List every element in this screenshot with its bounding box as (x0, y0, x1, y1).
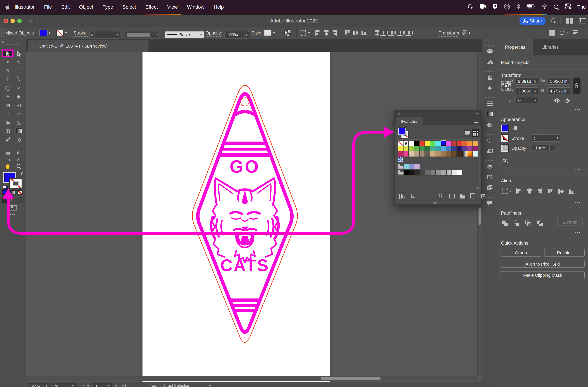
controlbar-grip[interactable] (1, 29, 4, 37)
selection-tool[interactable] (3, 50, 13, 57)
opacity-value[interactable]: 100% (225, 32, 244, 37)
close-panel-icon[interactable]: × (398, 112, 400, 116)
panel-toggle-icon[interactable] (579, 18, 586, 24)
transform-link[interactable]: Transform (439, 30, 459, 37)
bounding-box-control[interactable]: ▾ (300, 27, 310, 38)
menubar-item[interactable]: Select (123, 4, 136, 10)
swatch-patternfloral[interactable] (398, 157, 403, 162)
swatch-patterncheck[interactable] (473, 152, 478, 156)
artboards-icon[interactable] (486, 148, 493, 154)
toolbar-grip[interactable] (6, 44, 20, 45)
chevron-down-icon[interactable]: ▾ (555, 135, 560, 141)
menubar-item[interactable]: Illustrator (15, 4, 35, 10)
lasso-tool[interactable]: ∿ (14, 58, 23, 65)
canvas-horizontal-scrollbar[interactable] (26, 376, 478, 381)
align-to-pixel-grid-button[interactable]: Align to Pixel Grid (501, 260, 585, 268)
artboard-tool[interactable]: ▭ (3, 156, 13, 163)
add-to-library-button[interactable] (410, 193, 416, 200)
align-more-options[interactable]: ••• (574, 201, 581, 205)
menubar-item[interactable]: Effect (145, 4, 158, 10)
opacity-field[interactable]: 100%› (532, 145, 555, 151)
asset-export-icon[interactable] (486, 174, 493, 181)
recolor-artwork-button[interactable] (284, 27, 291, 38)
flip-horizontal-button[interactable] (553, 98, 560, 104)
fill-swatch[interactable] (40, 30, 47, 36)
delete-swatch-icon[interactable] (480, 193, 485, 200)
swatch-6B6B6B[interactable] (425, 170, 430, 175)
distribute-spacing-2[interactable] (399, 30, 405, 36)
stroke-link[interactable]: Stroke: (74, 30, 88, 37)
swatch-695C51[interactable] (425, 152, 430, 156)
screen-mode-button[interactable] (10, 205, 17, 211)
status-options-arrow[interactable]: ▸ (209, 384, 211, 387)
swatch-BCA488[interactable] (414, 152, 419, 156)
show-swatch-kinds-button[interactable]: ▾ (439, 193, 444, 200)
swatch-reg[interactable] (403, 141, 409, 146)
swatch-C5ABD9[interactable] (415, 164, 420, 169)
swatch-000000[interactable] (404, 170, 409, 175)
swatch-ED9038[interactable] (467, 141, 472, 146)
swatch-5BE6F0[interactable] (436, 141, 441, 146)
stroke-weight-stepper[interactable]: ▲▼ (532, 135, 537, 141)
menubar-item[interactable]: File (44, 4, 52, 10)
swatch-C23A32[interactable] (451, 141, 456, 146)
swatch-62E24B[interactable] (430, 141, 435, 146)
align-horizontal-center-button[interactable] (323, 30, 329, 36)
swatch-9FCB4A[interactable] (409, 146, 414, 151)
make-clipping-mask-button[interactable]: Make Clipping Mask (501, 271, 585, 279)
distribute-horizontal-button[interactable] (382, 30, 388, 36)
swatch-E2672F[interactable] (462, 141, 467, 146)
swap-fill-stroke-icon[interactable]: ⇄ (19, 171, 24, 176)
draw-normal-button[interactable]: ❏ (2, 197, 9, 203)
swatch-2F7040[interactable] (425, 146, 430, 151)
next-artboard-button[interactable]: ▸ (116, 384, 117, 387)
swatch-8693CE[interactable] (409, 164, 414, 169)
mesh-tool[interactable]: ▦ (3, 127, 13, 135)
slice-tool[interactable]: ✂ (14, 156, 23, 163)
swatch-464646[interactable] (420, 170, 425, 175)
swatch-sel-blue[interactable] (441, 141, 446, 146)
artboard-number[interactable]: 1 (95, 384, 97, 387)
appearance-opacity-swatch[interactable] (502, 145, 508, 151)
menubar-item[interactable]: Help (214, 4, 224, 10)
zoom-level-control[interactable]: 100%▾ (28, 383, 50, 387)
stroke-weight-field[interactable]: ▲▼ ▾ (532, 135, 560, 141)
menubar-clock[interactable]: Thu (577, 4, 586, 10)
appearance-fill-swatch[interactable] (502, 125, 508, 131)
chevron-down-icon[interactable]: ▾ (533, 97, 538, 103)
align-to-selector[interactable]: ▾ (502, 188, 511, 194)
wifi-icon[interactable] (541, 4, 548, 10)
spotlight-search-icon[interactable] (554, 4, 559, 10)
color-mode-none[interactable] (17, 190, 23, 195)
default-fill-stroke-icon[interactable] (3, 186, 6, 189)
swatch-EE3A2C[interactable] (420, 141, 424, 146)
eraser-tool[interactable]: ◆ (14, 93, 23, 100)
toolbar-collapse-icon[interactable]: « (2, 40, 4, 44)
align-right-button[interactable] (332, 30, 337, 36)
pathfinder-exclude-button[interactable] (537, 220, 543, 227)
panel-menu-icon[interactable] (474, 119, 479, 126)
search-icon[interactable] (551, 18, 556, 23)
swatch-000000[interactable] (414, 141, 419, 146)
swatch-84603A[interactable] (446, 152, 451, 156)
curvature-tool[interactable]: ⌒ (14, 67, 23, 74)
canvas-vertical-scrollbar[interactable] (477, 52, 482, 376)
swatch-D5AC7E[interactable] (430, 152, 435, 156)
swatch-B99468[interactable] (436, 152, 441, 156)
distribute-spacing-3[interactable] (408, 30, 414, 36)
chevron-right-icon[interactable]: › (244, 31, 249, 38)
align-right-button[interactable] (537, 188, 543, 194)
swatch-gradorange[interactable] (467, 152, 472, 156)
brush-definition-control[interactable]: Basic▾ (165, 29, 204, 40)
status-collapse-icon[interactable]: ‹ (217, 384, 218, 387)
symbol-sprayer-tool[interactable]: ▨ (3, 149, 13, 156)
swatch-9C7950[interactable] (441, 152, 446, 156)
w-field[interactable]: 1.9262 in (547, 77, 570, 85)
stroke-label[interactable]: Stroke (512, 136, 524, 141)
tab-properties[interactable]: Properties (497, 39, 533, 55)
menubar-item[interactable]: View (167, 4, 178, 10)
swatch-F3EA49[interactable] (398, 146, 403, 151)
align-vertical-center-button[interactable] (558, 188, 564, 194)
fx-button[interactable]: fx▾ (503, 157, 508, 164)
magic-wand-tool[interactable]: ✧ (3, 58, 13, 65)
